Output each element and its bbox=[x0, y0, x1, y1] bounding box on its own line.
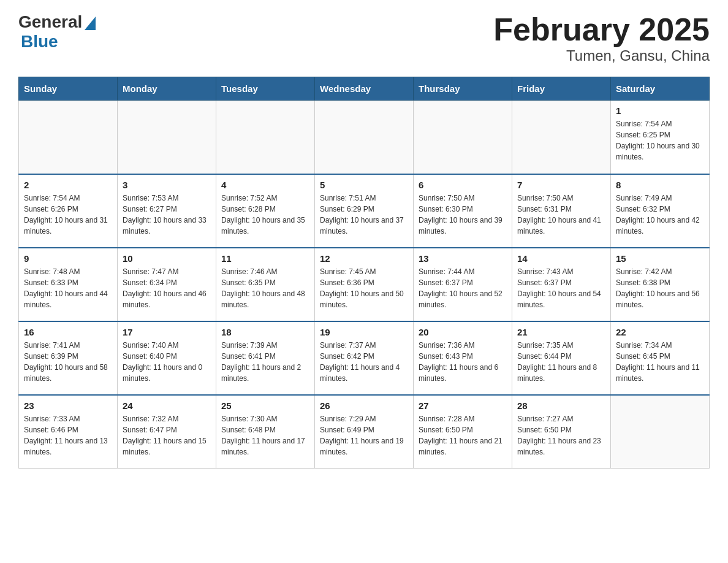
calendar-day-15: 15Sunrise: 7:42 AM Sunset: 6:38 PM Dayli… bbox=[611, 248, 710, 321]
weekday-header-thursday: Thursday bbox=[414, 77, 512, 101]
weekday-header-monday: Monday bbox=[118, 77, 216, 101]
calendar-day-6: 6Sunrise: 7:50 AM Sunset: 6:30 PM Daylig… bbox=[414, 174, 512, 248]
day-info: Sunrise: 7:52 AM Sunset: 6:28 PM Dayligh… bbox=[221, 193, 309, 237]
logo-general-text: General bbox=[18, 12, 82, 32]
day-info: Sunrise: 7:41 AM Sunset: 6:39 PM Dayligh… bbox=[24, 340, 112, 384]
day-info: Sunrise: 7:47 AM Sunset: 6:34 PM Dayligh… bbox=[123, 266, 211, 310]
day-number: 13 bbox=[419, 253, 507, 264]
day-info: Sunrise: 7:29 AM Sunset: 6:49 PM Dayligh… bbox=[320, 413, 408, 458]
day-number: 22 bbox=[616, 327, 704, 337]
day-info: Sunrise: 7:37 AM Sunset: 6:42 PM Dayligh… bbox=[320, 340, 408, 384]
logo-triangle-icon bbox=[85, 17, 96, 30]
day-info: Sunrise: 7:42 AM Sunset: 6:38 PM Dayligh… bbox=[616, 266, 704, 310]
weekday-header-sunday: Sunday bbox=[19, 77, 118, 101]
calendar-day-23: 23Sunrise: 7:33 AM Sunset: 6:46 PM Dayli… bbox=[19, 395, 118, 469]
day-number: 12 bbox=[320, 253, 408, 264]
day-info: Sunrise: 7:45 AM Sunset: 6:36 PM Dayligh… bbox=[320, 266, 408, 310]
calendar-day-28: 28Sunrise: 7:27 AM Sunset: 6:50 PM Dayli… bbox=[512, 395, 611, 469]
day-info: Sunrise: 7:33 AM Sunset: 6:46 PM Dayligh… bbox=[24, 413, 112, 458]
day-info: Sunrise: 7:49 AM Sunset: 6:32 PM Dayligh… bbox=[616, 193, 704, 237]
calendar-day-18: 18Sunrise: 7:39 AM Sunset: 6:41 PM Dayli… bbox=[216, 321, 315, 395]
day-number: 17 bbox=[123, 327, 211, 337]
day-info: Sunrise: 7:46 AM Sunset: 6:35 PM Dayligh… bbox=[221, 266, 309, 310]
day-info: Sunrise: 7:51 AM Sunset: 6:29 PM Dayligh… bbox=[320, 193, 408, 237]
day-number: 25 bbox=[221, 400, 309, 411]
day-number: 6 bbox=[419, 180, 507, 190]
calendar-day-3: 3Sunrise: 7:53 AM Sunset: 6:27 PM Daylig… bbox=[118, 174, 216, 248]
day-info: Sunrise: 7:53 AM Sunset: 6:27 PM Dayligh… bbox=[123, 193, 211, 237]
empty-cell bbox=[315, 101, 414, 174]
weekday-header-wednesday: Wednesday bbox=[315, 77, 414, 101]
empty-cell bbox=[216, 101, 315, 174]
day-info: Sunrise: 7:35 AM Sunset: 6:44 PM Dayligh… bbox=[517, 340, 605, 384]
day-info: Sunrise: 7:44 AM Sunset: 6:37 PM Dayligh… bbox=[419, 266, 507, 310]
day-number: 28 bbox=[517, 400, 605, 411]
calendar-week-3: 9Sunrise: 7:48 AM Sunset: 6:33 PM Daylig… bbox=[19, 248, 710, 321]
day-number: 5 bbox=[320, 180, 408, 190]
empty-cell bbox=[118, 101, 216, 174]
weekday-header-friday: Friday bbox=[512, 77, 611, 101]
page-header: General Blue February 2025 Tumen, Gansu,… bbox=[18, 12, 710, 64]
title-block: February 2025 Tumen, Gansu, China bbox=[493, 12, 710, 64]
calendar-day-17: 17Sunrise: 7:40 AM Sunset: 6:40 PM Dayli… bbox=[118, 321, 216, 395]
calendar-day-7: 7Sunrise: 7:50 AM Sunset: 6:31 PM Daylig… bbox=[512, 174, 611, 248]
day-info: Sunrise: 7:27 AM Sunset: 6:50 PM Dayligh… bbox=[517, 413, 605, 458]
calendar-table: SundayMondayTuesdayWednesdayThursdayFrid… bbox=[18, 77, 710, 469]
day-number: 26 bbox=[320, 400, 408, 411]
calendar-day-22: 22Sunrise: 7:34 AM Sunset: 6:45 PM Dayli… bbox=[611, 321, 710, 395]
empty-cell bbox=[19, 101, 118, 174]
weekday-header-row: SundayMondayTuesdayWednesdayThursdayFrid… bbox=[19, 77, 710, 101]
page-title: February 2025 bbox=[493, 12, 710, 47]
day-number: 2 bbox=[24, 180, 112, 190]
calendar-day-26: 26Sunrise: 7:29 AM Sunset: 6:49 PM Dayli… bbox=[315, 395, 414, 469]
logo-line1: General bbox=[18, 12, 96, 32]
day-number: 1 bbox=[616, 105, 704, 116]
empty-cell bbox=[414, 101, 512, 174]
day-number: 3 bbox=[123, 180, 211, 190]
empty-cell bbox=[611, 395, 710, 469]
calendar-day-19: 19Sunrise: 7:37 AM Sunset: 6:42 PM Dayli… bbox=[315, 321, 414, 395]
calendar-day-27: 27Sunrise: 7:28 AM Sunset: 6:50 PM Dayli… bbox=[414, 395, 512, 469]
logo-blue-text: Blue bbox=[21, 32, 58, 52]
day-number: 16 bbox=[24, 327, 112, 337]
day-number: 18 bbox=[221, 327, 309, 337]
day-info: Sunrise: 7:30 AM Sunset: 6:48 PM Dayligh… bbox=[221, 413, 309, 458]
day-info: Sunrise: 7:43 AM Sunset: 6:37 PM Dayligh… bbox=[517, 266, 605, 310]
day-info: Sunrise: 7:50 AM Sunset: 6:31 PM Dayligh… bbox=[517, 193, 605, 237]
day-number: 21 bbox=[517, 327, 605, 337]
weekday-header-saturday: Saturday bbox=[611, 77, 710, 101]
logo-line2: Blue bbox=[18, 32, 96, 52]
day-number: 9 bbox=[24, 253, 112, 264]
day-info: Sunrise: 7:39 AM Sunset: 6:41 PM Dayligh… bbox=[221, 340, 309, 384]
calendar-day-20: 20Sunrise: 7:36 AM Sunset: 6:43 PM Dayli… bbox=[414, 321, 512, 395]
day-info: Sunrise: 7:54 AM Sunset: 6:26 PM Dayligh… bbox=[24, 193, 112, 237]
day-info: Sunrise: 7:50 AM Sunset: 6:30 PM Dayligh… bbox=[419, 193, 507, 237]
calendar-week-1: 1Sunrise: 7:54 AM Sunset: 6:25 PM Daylig… bbox=[19, 101, 710, 174]
calendar-day-11: 11Sunrise: 7:46 AM Sunset: 6:35 PM Dayli… bbox=[216, 248, 315, 321]
logo: General Blue bbox=[18, 12, 96, 52]
calendar-day-21: 21Sunrise: 7:35 AM Sunset: 6:44 PM Dayli… bbox=[512, 321, 611, 395]
calendar-day-13: 13Sunrise: 7:44 AM Sunset: 6:37 PM Dayli… bbox=[414, 248, 512, 321]
day-info: Sunrise: 7:34 AM Sunset: 6:45 PM Dayligh… bbox=[616, 340, 704, 384]
calendar-body: 1Sunrise: 7:54 AM Sunset: 6:25 PM Daylig… bbox=[19, 101, 710, 469]
day-info: Sunrise: 7:40 AM Sunset: 6:40 PM Dayligh… bbox=[123, 340, 211, 384]
calendar-day-5: 5Sunrise: 7:51 AM Sunset: 6:29 PM Daylig… bbox=[315, 174, 414, 248]
day-number: 20 bbox=[419, 327, 507, 337]
empty-cell bbox=[512, 101, 611, 174]
calendar-week-4: 16Sunrise: 7:41 AM Sunset: 6:39 PM Dayli… bbox=[19, 321, 710, 395]
calendar-day-14: 14Sunrise: 7:43 AM Sunset: 6:37 PM Dayli… bbox=[512, 248, 611, 321]
day-info: Sunrise: 7:32 AM Sunset: 6:47 PM Dayligh… bbox=[123, 413, 211, 458]
day-number: 7 bbox=[517, 180, 605, 190]
calendar-day-8: 8Sunrise: 7:49 AM Sunset: 6:32 PM Daylig… bbox=[611, 174, 710, 248]
day-number: 8 bbox=[616, 180, 704, 190]
day-number: 27 bbox=[419, 400, 507, 411]
weekday-header-tuesday: Tuesday bbox=[216, 77, 315, 101]
calendar-header: SundayMondayTuesdayWednesdayThursdayFrid… bbox=[19, 77, 710, 101]
day-info: Sunrise: 7:48 AM Sunset: 6:33 PM Dayligh… bbox=[24, 266, 112, 310]
day-info: Sunrise: 7:36 AM Sunset: 6:43 PM Dayligh… bbox=[419, 340, 507, 384]
calendar-day-4: 4Sunrise: 7:52 AM Sunset: 6:28 PM Daylig… bbox=[216, 174, 315, 248]
day-number: 10 bbox=[123, 253, 211, 264]
calendar-week-2: 2Sunrise: 7:54 AM Sunset: 6:26 PM Daylig… bbox=[19, 174, 710, 248]
day-number: 15 bbox=[616, 253, 704, 264]
page-subtitle: Tumen, Gansu, China bbox=[493, 47, 710, 64]
